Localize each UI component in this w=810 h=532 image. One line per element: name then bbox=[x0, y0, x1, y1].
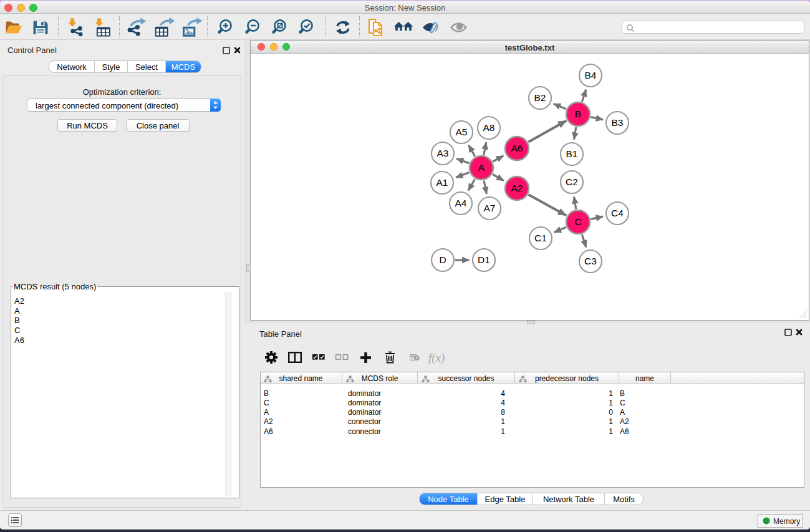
svg-text:B4: B4 bbox=[585, 70, 597, 80]
svg-text:B1: B1 bbox=[566, 148, 578, 159]
svg-text:A7: A7 bbox=[484, 203, 496, 213]
svg-text:C: C bbox=[574, 216, 581, 227]
svg-text:D1: D1 bbox=[478, 254, 490, 265]
svg-text:B3: B3 bbox=[612, 117, 624, 128]
svg-text:A: A bbox=[478, 162, 485, 173]
svg-text:A2: A2 bbox=[511, 183, 523, 193]
svg-text:B: B bbox=[575, 109, 581, 119]
svg-text:A6: A6 bbox=[511, 143, 523, 153]
svg-text:A4: A4 bbox=[455, 198, 467, 208]
svg-text:A1: A1 bbox=[436, 177, 448, 188]
svg-text:A8: A8 bbox=[483, 122, 495, 133]
svg-text:C3: C3 bbox=[584, 256, 597, 266]
svg-text:A5: A5 bbox=[456, 127, 468, 137]
svg-text:C1: C1 bbox=[534, 233, 547, 243]
svg-text:C2: C2 bbox=[566, 177, 578, 187]
svg-text:B2: B2 bbox=[534, 92, 546, 103]
svg-text:A3: A3 bbox=[437, 148, 449, 158]
svg-text:C4: C4 bbox=[611, 208, 624, 218]
svg-text:D: D bbox=[439, 254, 446, 265]
